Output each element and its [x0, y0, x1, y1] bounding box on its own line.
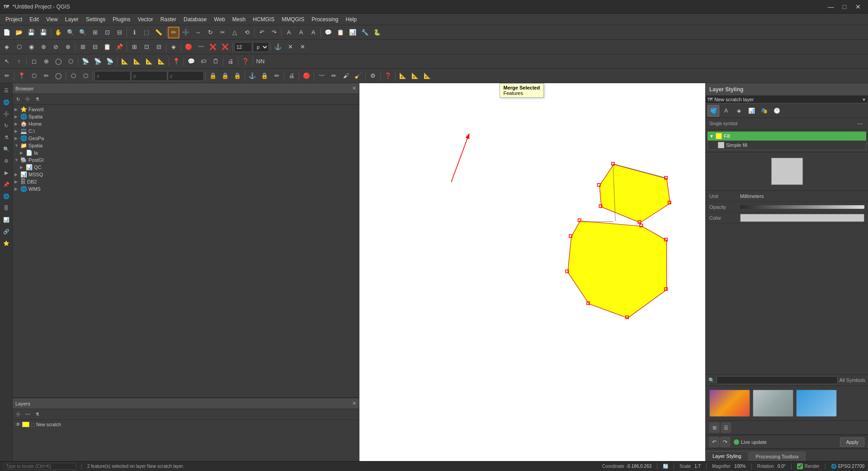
menu-vector[interactable]: Vector	[134, 15, 157, 24]
swatch-gray-gradient[interactable]	[753, 390, 793, 417]
add-ring-btn[interactable]: ⬡	[13, 41, 25, 53]
shape4-btn[interactable]: ⬡	[65, 56, 76, 67]
map-canvas[interactable]: Merge Selected Features	[359, 83, 706, 461]
lock-x-btn[interactable]: 🔒	[207, 70, 219, 82]
icon-globe[interactable]: 🌐	[1, 191, 12, 202]
move-feature-btn[interactable]: ↔	[192, 27, 204, 38]
layers-filter-btn[interactable]: ⚗	[33, 410, 42, 419]
save-btn[interactable]: 💾	[25, 27, 37, 38]
history-btn[interactable]: 🕐	[771, 105, 783, 117]
red-dot-btn[interactable]: 🔴	[301, 70, 312, 82]
close-button[interactable]: ✕	[852, 2, 864, 12]
menu-layer[interactable]: Layer	[61, 15, 82, 24]
annot-btn[interactable]: 💬	[185, 56, 197, 67]
save-as-btn[interactable]: 💾	[38, 27, 49, 38]
label-style-btn[interactable]: A	[720, 105, 732, 117]
lock-y-btn[interactable]: 🔒	[219, 70, 231, 82]
help2-btn[interactable]: ❓	[240, 56, 251, 67]
label-btn[interactable]: A	[283, 27, 295, 38]
gps3-btn[interactable]: 📡	[104, 56, 116, 67]
icon-arrow[interactable]: ▶	[1, 167, 12, 178]
icon-add[interactable]: ➕	[1, 108, 12, 119]
snap3-btn[interactable]: ❌	[219, 41, 231, 53]
x-coord-input[interactable]	[94, 71, 131, 81]
identify-btn[interactable]: ℹ	[128, 27, 140, 38]
menu-mmqgis[interactable]: MMQGIS	[278, 15, 308, 24]
menu-mesh[interactable]: Mesh	[229, 15, 249, 24]
swatch-list-btn[interactable]: ☰	[721, 423, 731, 433]
shape-btn[interactable]: ◻	[28, 56, 40, 67]
unit-select[interactable]: px	[253, 42, 269, 52]
print2-btn[interactable]: 🖨	[286, 70, 297, 82]
layout3-btn[interactable]: 📐	[421, 70, 433, 82]
diagram-btn[interactable]: 📊	[745, 105, 757, 117]
add-part-btn[interactable]: ⊕	[38, 41, 49, 53]
layer-visibility-icon[interactable]: 👁	[15, 421, 21, 428]
cross2-btn[interactable]: ✕	[297, 41, 308, 53]
layers-add-btn[interactable]: ➕	[14, 410, 23, 419]
gps2-btn[interactable]: 📡	[92, 56, 104, 67]
size-input[interactable]	[234, 42, 252, 52]
offset-btn[interactable]: ⟲	[241, 27, 253, 38]
tab-processing-toolbox[interactable]: Processing Toolbox	[749, 452, 806, 461]
zoom-selection-btn[interactable]: ⊟	[113, 27, 125, 38]
arrow-btn[interactable]: ↖	[1, 56, 13, 67]
paint-bucket-btn[interactable]: 🪣	[708, 105, 719, 117]
tree-item-favorites[interactable]: ▶ ⭐ Favorit	[13, 106, 359, 113]
shape2-btn[interactable]: ⊕	[40, 56, 52, 67]
layers-remove-btn[interactable]: ➖	[23, 410, 32, 419]
layer-dropdown-arrow-icon[interactable]: ▼	[862, 97, 866, 102]
icon-database[interactable]: 🗄	[1, 203, 12, 213]
browser-add-btn[interactable]: ➕	[23, 95, 32, 104]
rotate-btn[interactable]: ↻	[204, 27, 216, 38]
fill-ring-btn[interactable]: ◉	[25, 41, 37, 53]
settings2-btn[interactable]: ⚙	[367, 70, 379, 82]
north-btn[interactable]: ↑	[13, 56, 25, 67]
browser-close-btn[interactable]: ✕	[352, 85, 356, 91]
3d-style-btn[interactable]: ◈	[733, 105, 745, 117]
zoom-full-btn[interactable]: ⊞	[89, 27, 101, 38]
tree-item-postgis[interactable]: ▼ 🐘 PostGI	[13, 156, 359, 164]
tree-item-c-drive[interactable]: ▶ 💻 C:\	[13, 127, 359, 135]
add-feature-btn[interactable]: ➕	[180, 27, 192, 38]
eraser-btn[interactable]: 🧹	[352, 70, 364, 82]
simple-fill-row[interactable]: Simple fill	[708, 141, 866, 150]
browser-filter-btn[interactable]: ⚗	[33, 95, 42, 104]
crs-toggle-btn[interactable]: 🔄	[663, 464, 668, 469]
apply-button[interactable]: Apply	[840, 438, 864, 447]
layers-close-btn[interactable]: ✕	[352, 400, 356, 406]
swatch-blue[interactable]	[796, 390, 837, 417]
help3-btn[interactable]: ❓	[382, 70, 394, 82]
deselect-btn[interactable]: ⬡	[67, 70, 79, 82]
label3-btn[interactable]: A	[307, 27, 319, 38]
edit-pencil-btn[interactable]: ✏	[1, 70, 13, 82]
split-btn[interactable]: ✂	[217, 27, 228, 38]
icon-refresh[interactable]: ↻	[1, 120, 12, 131]
paste-features-btn[interactable]: 📌	[113, 41, 125, 53]
locate-input[interactable]	[4, 463, 76, 470]
opacity-slider[interactable]	[740, 205, 864, 209]
tree-item-geopackage[interactable]: ▶ 🌐 GeoPa	[13, 135, 359, 142]
menu-plugins[interactable]: Plugins	[109, 15, 134, 24]
select-polygon-btn[interactable]: ⬡	[28, 70, 40, 82]
icon-connect[interactable]: 🔗	[1, 226, 12, 237]
shape3-btn[interactable]: ◯	[52, 56, 64, 67]
icon-star[interactable]: ⭐	[1, 238, 12, 249]
fill-header[interactable]: ▼ Fill	[708, 132, 866, 141]
attr-table-btn[interactable]: 📋	[335, 27, 346, 38]
menu-view[interactable]: View	[42, 15, 61, 24]
icon-chart[interactable]: 📊	[1, 214, 12, 225]
snap-btn[interactable]: 🔴	[183, 41, 194, 53]
coord-btn[interactable]: 📍	[170, 56, 182, 67]
cross-btn[interactable]: ✕	[284, 41, 296, 53]
select-location-btn[interactable]: 📍	[16, 70, 28, 82]
merge-btn[interactable]: ⊞	[77, 41, 89, 53]
maximize-button[interactable]: □	[838, 2, 851, 12]
select-btn[interactable]: ⬚	[141, 27, 152, 38]
layout-btn[interactable]: 📐	[397, 70, 409, 82]
select-freehand-btn[interactable]: ✏	[40, 70, 52, 82]
style-undo-btn[interactable]: ↶	[709, 437, 719, 447]
tree-item-db2[interactable]: ▶ 🗄 DB2	[13, 178, 359, 185]
icon-layers[interactable]: ☰	[1, 85, 12, 96]
edit-node-btn[interactable]: ◈	[1, 41, 13, 53]
